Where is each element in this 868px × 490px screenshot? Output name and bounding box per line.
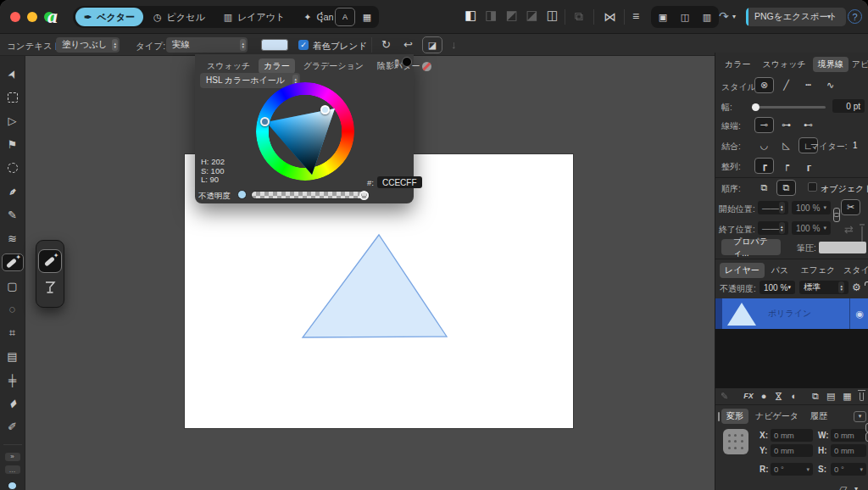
panel-chevron-icon[interactable]: ▾	[854, 411, 866, 422]
tab-gradient[interactable]: グラデーション	[298, 58, 369, 74]
shear-field[interactable]: 0 ° ▾	[831, 463, 866, 476]
tab-navigator[interactable]: ナビゲータ	[750, 409, 804, 424]
transform-mode-dropdown-icon[interactable]: ▾	[854, 486, 858, 490]
end-percent-select[interactable]: 100 % ▾	[792, 221, 831, 235]
tab-stroke[interactable]: 境界線	[813, 57, 849, 72]
blend-mode-select[interactable]: 標準 ▴▾	[799, 281, 849, 294]
move-tool[interactable]: ➤	[3, 66, 23, 82]
gear-icon[interactable]: ⚙	[852, 282, 861, 292]
layer-opacity-select[interactable]: 100 % ▾	[760, 281, 795, 294]
tab-history[interactable]: 履歴	[805, 409, 832, 424]
insert-inside-icon[interactable]: ▥	[697, 8, 717, 26]
scale-with-object-checkbox[interactable]	[808, 182, 817, 192]
saturation-lightness-triangle[interactable]	[256, 82, 354, 181]
delete-icon[interactable]	[861, 226, 863, 242]
style-dash-button[interactable]: ┅	[798, 77, 818, 93]
tab-swatches[interactable]: スウォッチ	[202, 58, 255, 74]
boolean-add-icon[interactable]: ◧	[465, 8, 476, 21]
grid-view-button[interactable]: ▦	[357, 8, 377, 26]
tab-color[interactable]: カラー	[259, 58, 294, 74]
export-dropdown-icon[interactable]: ▾	[827, 14, 831, 20]
transparency-tool-flyout-item[interactable]	[39, 276, 61, 298]
close-window-button[interactable]	[10, 12, 20, 22]
mask-icon[interactable]: ●	[761, 392, 767, 401]
boolean-intersect-icon[interactable]: ◩	[505, 8, 517, 21]
tab-transform[interactable]: 変形	[721, 409, 748, 424]
tint-blend-checkbox[interactable]: ✓	[298, 40, 309, 50]
layer-row-selected[interactable]: ポリライン ◉	[715, 298, 868, 329]
rectangle-tool[interactable]: ▢	[3, 278, 23, 294]
fill-tool-flyout-item[interactable]: ✦	[39, 250, 61, 272]
more-tools-button[interactable]: …	[5, 465, 20, 474]
node-tool[interactable]: ▷	[3, 114, 23, 130]
artboard-view-button[interactable]: A	[335, 8, 355, 26]
minimize-window-button[interactable]	[27, 12, 37, 22]
tab-appearance[interactable]: アピアラ	[850, 57, 868, 72]
layer-name[interactable]: ポリライン	[768, 308, 849, 320]
anchor-point-selector[interactable]	[723, 429, 748, 454]
style-none-button[interactable]: ⊗	[754, 77, 774, 93]
pressure-diamond-button[interactable]: ◇	[863, 199, 868, 215]
eye-visibility-icon[interactable]: ◉	[850, 309, 868, 319]
more-menu-icon[interactable]: ⋮	[315, 10, 328, 23]
swap-ends-icon[interactable]: ⇄	[844, 224, 854, 235]
insert-inside-icon[interactable]: ⧉	[812, 392, 819, 401]
adjustment-tool[interactable]: ╪	[3, 372, 23, 388]
artboard-tool[interactable]	[3, 90, 23, 106]
scissors-button[interactable]: ✂	[841, 199, 860, 215]
join-round-button[interactable]: ◡	[754, 137, 774, 153]
rotation-field[interactable]: 0 ° ▾	[771, 463, 813, 476]
width-slider-knob[interactable]	[752, 103, 760, 111]
width-value-field[interactable]: 0 pt	[832, 99, 865, 113]
tab-layers[interactable]: レイヤー	[720, 263, 765, 278]
pressure-graph-field[interactable]	[819, 242, 866, 253]
hex-input[interactable]: CCECFF	[377, 176, 422, 188]
current-color-chip[interactable]	[8, 482, 17, 490]
gradient-tool[interactable]: ▰	[3, 396, 23, 412]
context-select[interactable]: 塗りつぶし ▴▾	[56, 37, 120, 53]
fill-tool[interactable]: ✦	[3, 254, 23, 270]
cap-round-button[interactable]: ⊶	[776, 117, 796, 133]
help-button[interactable]: ?	[848, 9, 862, 24]
contour-tool[interactable]: ⚑	[3, 136, 23, 153]
boolean-divide-icon[interactable]: ◪	[526, 8, 538, 21]
align-center-button[interactable]: ┏	[754, 158, 774, 174]
snapping-hook-icon[interactable]: ↷	[719, 10, 729, 22]
pen-tool[interactable]: ✒	[3, 184, 23, 200]
flip-horizontal-icon[interactable]: ⋈	[604, 10, 616, 23]
picked-color-chip[interactable]	[402, 57, 412, 67]
line-type-select[interactable]: 実線 ▴▾	[166, 37, 248, 53]
adjustment-icon[interactable]: ⋈	[774, 392, 783, 401]
x-field[interactable]: 0 mm	[771, 429, 813, 442]
align-inside-button[interactable]: ┍	[776, 158, 796, 174]
panel-drag-handle[interactable]	[718, 412, 720, 421]
export-png-button[interactable]: PNGをエクスポート	[746, 8, 846, 26]
smart-select-tool[interactable]: ◌	[3, 302, 23, 318]
fill-behind-toggle-icon[interactable]: ◪	[422, 36, 442, 53]
selection-brush-tool[interactable]	[3, 160, 23, 176]
cap-square-button[interactable]: ⊷	[798, 117, 818, 133]
order-front-button[interactable]: ⧉	[776, 180, 796, 196]
boolean-subtract-icon[interactable]: ◨	[485, 8, 497, 21]
transform-mode-icon[interactable]: ▱	[839, 483, 847, 490]
persona-tab-pixel[interactable]: ◷ ピクセル	[145, 8, 214, 26]
start-percent-select[interactable]: 100 % ▾	[792, 201, 831, 214]
boolean-combine-icon[interactable]: ◫	[547, 8, 559, 21]
persona-tab-vector[interactable]: ✒ ベクター	[75, 8, 143, 26]
edit-layer-icon[interactable]: ✎	[721, 392, 728, 401]
style-texture-button[interactable]: ∿	[821, 77, 840, 93]
live-filter-icon[interactable]: ◐	[791, 392, 797, 401]
layer-list[interactable]: ポリライン ◉	[715, 298, 868, 388]
pick-up-style-icon[interactable]: ↓	[451, 39, 457, 50]
style-solid-button[interactable]: ╱	[776, 77, 796, 93]
tab-swatches[interactable]: スウォッチ	[757, 57, 810, 72]
move-to-front-icon[interactable]: ▣	[653, 8, 673, 26]
place-image-tool[interactable]: ▤	[3, 348, 23, 365]
vector-brush-tool[interactable]: ≋	[3, 231, 23, 247]
miter-value[interactable]: 1	[853, 141, 858, 150]
fx-icon[interactable]: FX	[743, 393, 754, 400]
revert-arrow-icon[interactable]: ↩	[403, 39, 413, 50]
h-field[interactable]: 0 mm	[831, 444, 866, 457]
rotate-icon[interactable]: ↻	[381, 39, 391, 50]
hue-handle[interactable]	[260, 117, 270, 126]
